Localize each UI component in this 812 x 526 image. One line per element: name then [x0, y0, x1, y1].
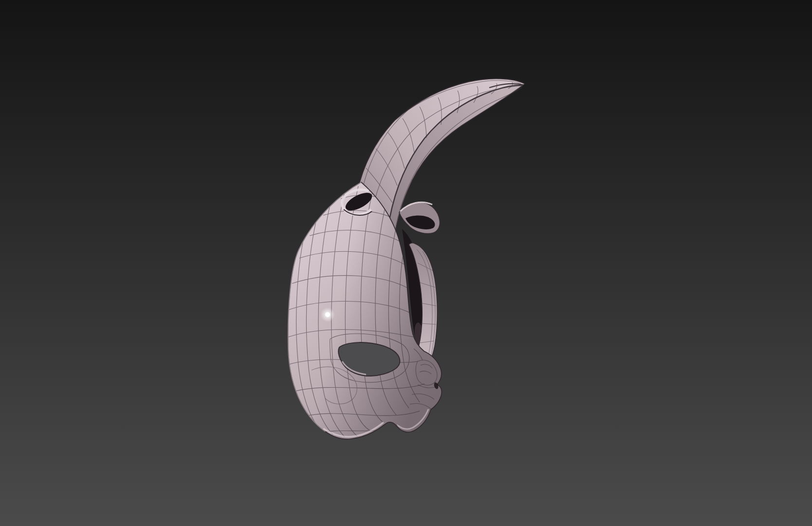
scene-canvas[interactable]	[0, 0, 812, 526]
specular-highlight	[320, 307, 335, 322]
3d-viewport[interactable]	[0, 0, 812, 526]
viewport-background	[0, 0, 812, 526]
